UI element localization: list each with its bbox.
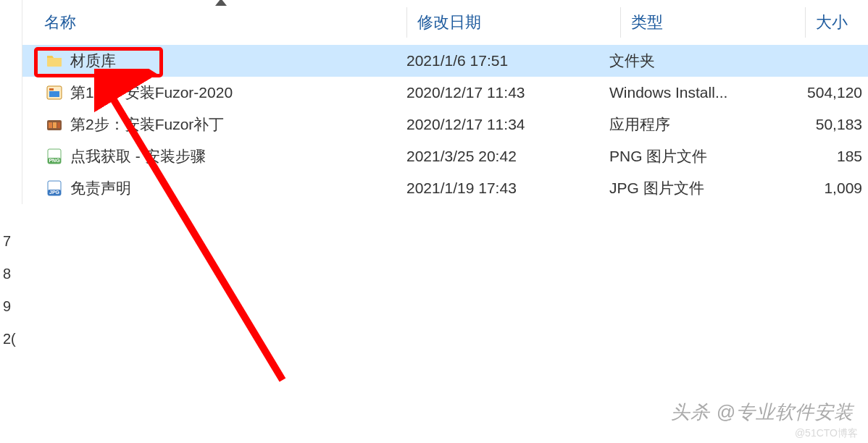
table-row[interactable]: 第1步：安装Fuzor-20202020/12/17 11:43Windows … [22,77,868,109]
svg-rect-2 [49,88,54,90]
file-name-cell[interactable]: 第1步：安装Fuzor-2020 [22,83,406,103]
svg-rect-1 [49,91,59,97]
file-date-cell: 2021/1/6 17:51 [406,52,609,69]
file-name-label: 第2步：安装Fuzor补丁 [70,114,224,135]
file-name-label: 第1步：安装Fuzor-2020 [70,83,233,103]
file-size-cell: 50,183 [783,116,868,133]
watermark-main: 头杀 @专业软件安装 [671,400,854,425]
file-name-cell[interactable]: 第2步：安装Fuzor补丁 [22,114,406,135]
table-row[interactable]: 材质库2021/1/6 17:51文件夹 [22,45,868,77]
file-date-cell: 2021/3/25 20:42 [406,148,609,165]
png-icon: PNG [46,148,63,165]
svg-rect-4 [49,122,52,128]
svg-rect-5 [53,122,57,128]
file-size-cell: 504,120 [783,84,868,101]
file-name-label: 免责声明 [70,178,131,198]
file-name-label: 点我获取 - 安装步骤 [70,146,206,166]
file-type-cell: Windows Install... [609,84,783,101]
jpg-icon: JPG [46,180,63,197]
file-date-cell: 2020/12/17 11:34 [406,116,609,133]
file-name-cell[interactable]: JPG免责声明 [22,178,406,198]
folder-icon [46,52,63,69]
table-row[interactable]: JPG免责声明2021/1/19 17:43JPG 图片文件1,009 [22,172,868,204]
file-size-cell: 185 [783,148,868,165]
left-ruler: 7 8 9 2( [0,232,18,349]
column-header-size[interactable]: 大小 [816,12,868,33]
file-type-cell: 应用程序 [609,114,783,135]
table-row[interactable]: 第2步：安装Fuzor补丁2020/12/17 11:34应用程序50,183 [22,109,868,140]
column-header-name[interactable]: 名称 [22,12,406,33]
file-size-cell: 1,009 [783,180,868,197]
file-list-pane: 名称 修改日期 类型 大小 材质库2021/1/6 17:51文件夹第1步：安装… [22,0,868,204]
column-header-type[interactable]: 类型 [631,12,805,33]
svg-text:PNG: PNG [49,158,60,163]
svg-text:JPG: JPG [49,190,60,195]
column-header-date[interactable]: 修改日期 [417,12,620,33]
file-type-cell: PNG 图片文件 [609,146,783,166]
file-name-cell[interactable]: 材质库 [22,51,406,71]
msi-icon [46,84,63,101]
table-row[interactable]: PNG点我获取 - 安装步骤2021/3/25 20:42PNG 图片文件185 [22,140,868,172]
file-name-cell[interactable]: PNG点我获取 - 安装步骤 [22,146,406,166]
file-type-cell: 文件夹 [609,51,783,71]
file-name-label: 材质库 [70,51,116,71]
exe-icon [46,116,63,133]
file-date-cell: 2020/12/17 11:43 [406,84,609,101]
file-type-cell: JPG 图片文件 [609,178,783,198]
svg-rect-6 [57,122,60,128]
watermark-sub: @51CTO博客 [795,427,858,440]
file-date-cell: 2021/1/19 17:43 [406,180,609,197]
column-header-row: 名称 修改日期 类型 大小 [22,0,868,45]
